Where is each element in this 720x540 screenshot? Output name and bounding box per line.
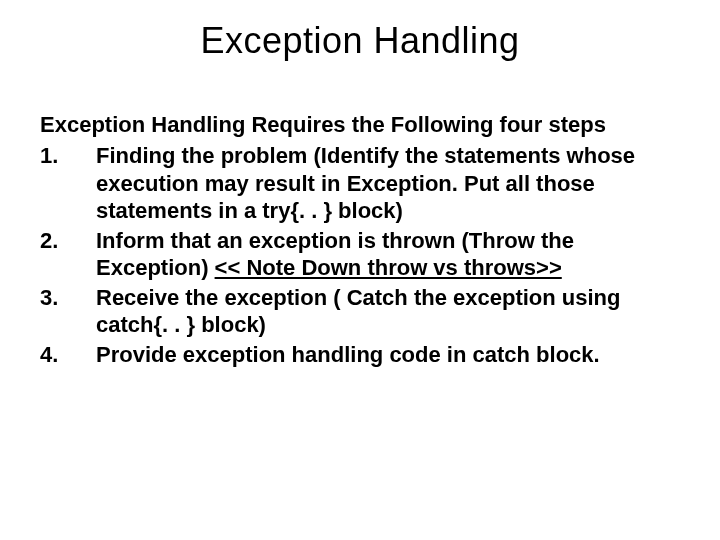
step-2-note: << Note Down throw vs throws>> [215, 255, 562, 280]
step-1-text: Finding the problem (Identify the statem… [96, 143, 635, 223]
step-2: Inform that an exception is thrown (Thro… [40, 227, 680, 282]
step-4-text: Provide exception handling code in catch… [96, 342, 600, 367]
steps-list: Finding the problem (Identify the statem… [40, 142, 680, 368]
step-1: Finding the problem (Identify the statem… [40, 142, 680, 225]
slide-title: Exception Handling [40, 20, 680, 62]
subtitle: Exception Handling Requires the Followin… [40, 112, 680, 138]
step-4: Provide exception handling code in catch… [40, 341, 680, 369]
step-3: Receive the exception ( Catch the except… [40, 284, 680, 339]
slide: Exception Handling Exception Handling Re… [0, 0, 720, 540]
step-3-text: Receive the exception ( Catch the except… [96, 285, 620, 338]
